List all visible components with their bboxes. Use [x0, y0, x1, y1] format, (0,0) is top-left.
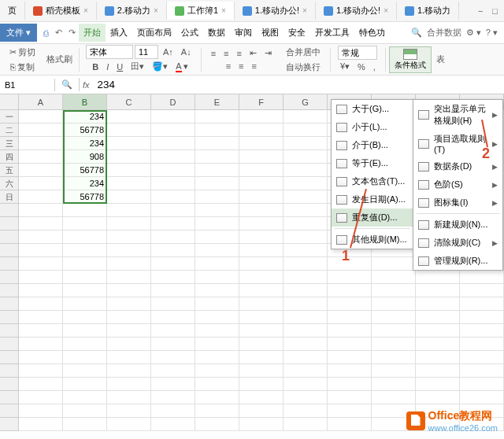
cell[interactable]: [284, 351, 328, 364]
fx-button[interactable]: 🔍: [55, 78, 80, 91]
merge-data-button[interactable]: 合并数据: [427, 27, 461, 39]
menu-developer[interactable]: 开发工具: [310, 24, 354, 42]
tab-doc-2[interactable]: 2.移动力×: [97, 2, 167, 20]
cell[interactable]: [328, 324, 372, 338]
cell[interactable]: 234: [63, 177, 107, 190]
cell[interactable]: [460, 297, 504, 311]
cell[interactable]: [63, 391, 107, 404]
menu-item[interactable]: 介于(B)...: [332, 136, 413, 154]
cell[interactable]: [151, 137, 195, 150]
cell[interactable]: [460, 284, 504, 297]
menu-formula[interactable]: 公式: [176, 24, 203, 42]
cell[interactable]: [19, 364, 63, 378]
cell[interactable]: [19, 244, 63, 257]
cell[interactable]: [372, 257, 416, 271]
cell[interactable]: [239, 378, 284, 391]
row-header[interactable]: 日: [0, 190, 19, 204]
menu-item[interactable]: 新建规则(N)...: [413, 216, 502, 234]
cell[interactable]: [151, 271, 195, 284]
cell[interactable]: [151, 297, 195, 311]
cell[interactable]: [19, 391, 63, 404]
cell[interactable]: [372, 351, 416, 364]
cell[interactable]: [195, 244, 239, 257]
cell[interactable]: [284, 124, 328, 137]
italic-icon[interactable]: I: [103, 59, 112, 74]
close-icon[interactable]: ×: [83, 6, 88, 15]
cell[interactable]: [239, 324, 284, 338]
cell[interactable]: [284, 177, 328, 190]
cell[interactable]: [328, 284, 372, 297]
cell[interactable]: [151, 150, 195, 164]
cell[interactable]: [284, 217, 328, 231]
cell[interactable]: [416, 338, 460, 351]
menu-item[interactable]: 发生日期(A)...: [332, 190, 413, 208]
cell[interactable]: 234: [63, 110, 107, 124]
cell[interactable]: [19, 297, 63, 311]
cell[interactable]: [239, 217, 284, 231]
col-header-e[interactable]: E: [195, 94, 239, 109]
cell[interactable]: [239, 338, 284, 351]
col-header-f[interactable]: F: [239, 94, 284, 109]
cell[interactable]: [195, 311, 239, 324]
cell[interactable]: [107, 204, 151, 217]
cell[interactable]: [107, 164, 151, 177]
cell[interactable]: [284, 271, 328, 284]
percent-icon[interactable]: %: [354, 60, 369, 73]
cell[interactable]: [284, 364, 328, 378]
tab-template[interactable]: 稻壳模板×: [25, 2, 97, 20]
cell[interactable]: [328, 271, 372, 284]
cell[interactable]: [284, 297, 328, 311]
cell[interactable]: 56778: [63, 164, 107, 177]
cell[interactable]: [19, 271, 63, 284]
cell[interactable]: [372, 284, 416, 297]
align-right-icon[interactable]: ≡: [249, 60, 260, 72]
menu-data[interactable]: 数据: [203, 24, 230, 42]
cell[interactable]: [107, 418, 151, 431]
cell[interactable]: [19, 164, 63, 177]
cell[interactable]: [195, 204, 239, 217]
cell[interactable]: [151, 284, 195, 297]
cell[interactable]: [195, 177, 239, 190]
cell[interactable]: [19, 404, 63, 418]
row-header[interactable]: [0, 418, 19, 431]
menu-item[interactable]: 小于(L)...: [332, 118, 413, 136]
indent-left-icon[interactable]: ⇤: [246, 46, 260, 60]
cell[interactable]: [151, 351, 195, 364]
cell[interactable]: [239, 244, 284, 257]
cell[interactable]: [328, 418, 372, 431]
close-icon[interactable]: ×: [221, 6, 226, 15]
cell[interactable]: [63, 418, 107, 431]
cell[interactable]: [460, 378, 504, 391]
close-icon[interactable]: ×: [302, 6, 307, 15]
close-icon[interactable]: ×: [154, 6, 158, 15]
cell[interactable]: [416, 324, 460, 338]
cell[interactable]: [151, 257, 195, 271]
cell[interactable]: [151, 190, 195, 204]
format-painter-button[interactable]: 格式刷: [43, 52, 76, 67]
help-icon[interactable]: ? ▾: [486, 28, 498, 38]
minimize-icon[interactable]: −: [478, 6, 483, 16]
cell[interactable]: [239, 177, 284, 190]
increase-font-icon[interactable]: A↑: [160, 45, 176, 59]
cell[interactable]: [151, 231, 195, 244]
cell[interactable]: [107, 284, 151, 297]
cell[interactable]: [107, 324, 151, 338]
name-box[interactable]: B1: [0, 79, 55, 91]
cell[interactable]: [460, 338, 504, 351]
merge-center-button[interactable]: 合并居中: [283, 45, 324, 60]
cell[interactable]: [239, 404, 284, 418]
border-icon[interactable]: 田▾: [128, 59, 147, 74]
cell[interactable]: [19, 338, 63, 351]
row-header[interactable]: [0, 284, 19, 297]
fill-color-icon[interactable]: 🪣▾: [149, 59, 171, 74]
indent-right-icon[interactable]: ⇥: [261, 46, 275, 60]
cell[interactable]: [239, 364, 284, 378]
cell[interactable]: [328, 364, 372, 378]
tab-doc-5[interactable]: 1.移动力: [397, 2, 459, 20]
cell[interactable]: [284, 311, 328, 324]
cell[interactable]: 234: [63, 137, 107, 150]
cell[interactable]: [107, 124, 151, 137]
cell[interactable]: [372, 297, 416, 311]
cell[interactable]: [416, 311, 460, 324]
cell[interactable]: [19, 190, 63, 204]
